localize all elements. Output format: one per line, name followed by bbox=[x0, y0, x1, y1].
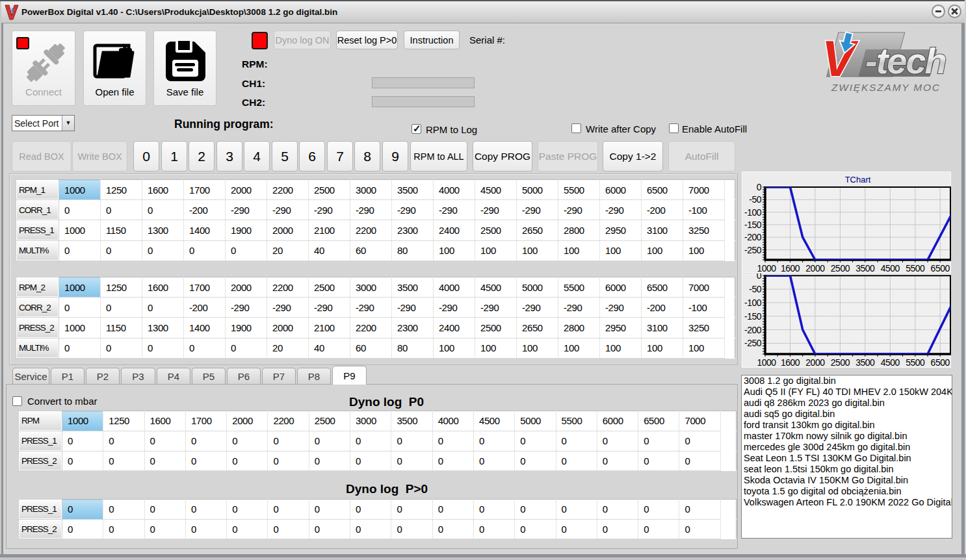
svg-text:TChart: TChart bbox=[845, 175, 871, 185]
svg-text:5500: 5500 bbox=[906, 357, 925, 368]
svg-text:-150: -150 bbox=[744, 311, 762, 322]
svg-text:-tech: -tech bbox=[865, 40, 946, 81]
svg-text:3500: 3500 bbox=[855, 263, 875, 273]
svg-text:4500: 4500 bbox=[881, 357, 900, 368]
svg-text:2000: 2000 bbox=[805, 357, 825, 368]
svg-text:0: 0 bbox=[757, 182, 762, 192]
svg-text:-250: -250 bbox=[744, 245, 762, 255]
svg-text:-250: -250 bbox=[744, 338, 762, 348]
svg-text:ZWIĘKSZAMY MOC: ZWIĘKSZAMY MOC bbox=[831, 82, 941, 93]
svg-text:-150: -150 bbox=[744, 220, 762, 230]
svg-text:5500: 5500 bbox=[906, 263, 925, 273]
svg-text:6500: 6500 bbox=[931, 357, 950, 368]
svg-text:-50: -50 bbox=[749, 194, 761, 205]
svg-text:2500: 2500 bbox=[831, 263, 850, 273]
svg-text:1600: 1600 bbox=[781, 263, 800, 273]
svg-text:2500: 2500 bbox=[831, 357, 850, 368]
svg-text:-100: -100 bbox=[744, 207, 762, 218]
svg-text:1000: 1000 bbox=[757, 263, 776, 273]
svg-text:-200: -200 bbox=[744, 232, 762, 242]
svg-text:V: V bbox=[822, 31, 859, 86]
svg-text:0: 0 bbox=[757, 274, 762, 281]
svg-text:-100: -100 bbox=[744, 298, 762, 308]
svg-text:3500: 3500 bbox=[855, 357, 875, 368]
svg-text:4500: 4500 bbox=[881, 263, 900, 273]
svg-text:-50: -50 bbox=[749, 284, 761, 294]
svg-text:1000: 1000 bbox=[757, 357, 776, 368]
svg-text:1600: 1600 bbox=[781, 357, 800, 368]
svg-text:2000: 2000 bbox=[805, 263, 825, 273]
svg-text:6500: 6500 bbox=[931, 263, 950, 273]
svg-text:-200: -200 bbox=[744, 325, 762, 335]
